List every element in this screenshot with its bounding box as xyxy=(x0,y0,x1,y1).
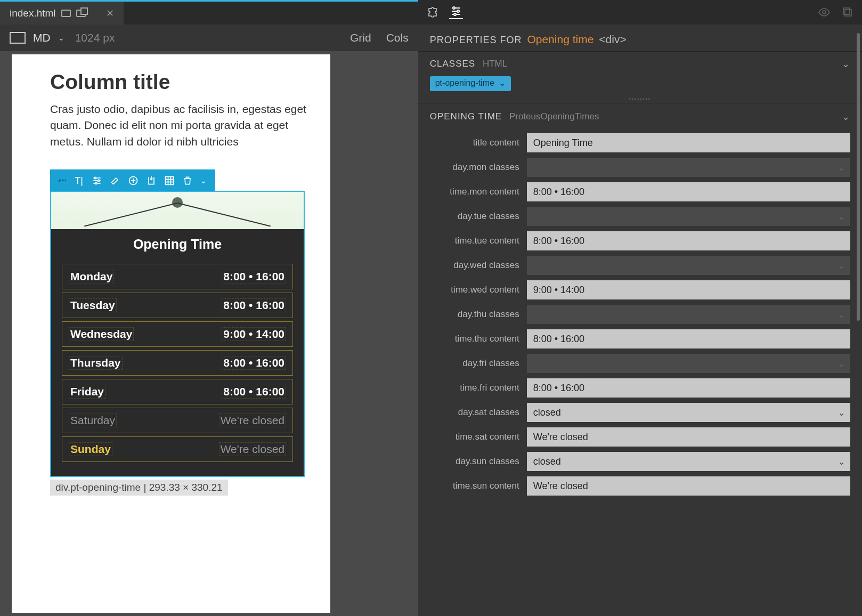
property-input[interactable] xyxy=(527,182,850,201)
property-row: time.wed content xyxy=(430,280,850,299)
chevron-down-icon: ⌄ xyxy=(838,212,845,222)
svg-point-20 xyxy=(823,11,826,14)
file-tab[interactable]: index.html ✕ xyxy=(0,2,124,25)
insert-icon[interactable] xyxy=(146,175,157,186)
eye-icon[interactable] xyxy=(817,5,831,19)
property-row: time.sun content xyxy=(430,476,850,496)
property-input[interactable] xyxy=(527,476,850,496)
component-sub: ProteusOpeningTimes xyxy=(509,111,599,121)
day-row[interactable]: Thursday8:00 • 16:00 xyxy=(62,350,293,376)
property-label: day.thu classes xyxy=(430,309,527,320)
element-toolbar: T| xyxy=(50,169,215,192)
property-select[interactable]: closed⌄ xyxy=(527,452,850,471)
day-row[interactable]: Wednesday9:00 • 14:00 xyxy=(62,321,293,347)
copy-icon[interactable] xyxy=(841,5,855,19)
day-label: Friday xyxy=(69,385,105,399)
column-heading[interactable]: Column title xyxy=(50,70,311,94)
widget-hanger-graphic xyxy=(51,192,304,229)
svg-point-3 xyxy=(94,177,96,179)
day-row[interactable]: SaturdayWe're closed xyxy=(62,408,293,433)
opening-time-widget[interactable]: Opening Time Monday8:00 • 16:00Tuesday8:… xyxy=(50,191,305,477)
property-label: day.fri classes xyxy=(430,358,527,369)
property-label: time.fri content xyxy=(430,383,527,393)
svg-rect-22 xyxy=(843,8,850,14)
property-label: time.thu content xyxy=(430,334,527,344)
chevron-down-icon[interactable]: ⌄ xyxy=(200,176,207,185)
property-row: day.sun classesclosed⌄ xyxy=(430,452,850,471)
day-time: 8:00 • 16:00 xyxy=(222,298,286,312)
property-row: time.sat content xyxy=(430,427,850,447)
property-select[interactable]: ⌄ xyxy=(527,305,850,324)
property-select[interactable]: ⌄ xyxy=(527,256,850,275)
day-row[interactable]: Tuesday8:00 • 16:00 xyxy=(62,293,293,318)
day-row[interactable]: Monday8:00 • 16:00 xyxy=(62,264,293,289)
scrollbar[interactable] xyxy=(857,33,860,321)
classes-section-header[interactable]: CLASSES HTML ⌄ xyxy=(418,52,862,76)
brush-icon[interactable] xyxy=(110,175,120,186)
selection-info: div.pt-opening-time | 293.33 × 330.21 xyxy=(50,480,228,496)
property-select[interactable]: ⌄ xyxy=(527,158,850,177)
property-row: day.thu classes⌄ xyxy=(430,305,850,324)
classes-sub: HTML xyxy=(483,59,507,69)
property-input[interactable] xyxy=(527,378,850,398)
class-chip[interactable]: pt-opening-time ⌄ xyxy=(430,76,511,91)
chevron-down-icon[interactable]: ⌄ xyxy=(58,34,64,42)
select-value: closed xyxy=(533,407,561,418)
text-icon[interactable]: T| xyxy=(74,175,84,186)
day-time: We're closed xyxy=(219,442,286,456)
property-input[interactable] xyxy=(527,133,850,152)
design-canvas[interactable]: Column title Cras justo odio, dapibus ac… xyxy=(12,54,330,613)
properties-header: PROPERTIES FOR Opening time <div> xyxy=(418,25,862,51)
puzzle-icon[interactable] xyxy=(426,5,440,19)
property-row: time.thu content xyxy=(430,329,850,348)
property-input[interactable] xyxy=(527,280,850,299)
property-select[interactable]: ⌄ xyxy=(527,207,850,226)
day-label: Wednesday xyxy=(69,327,134,341)
property-row: day.wed classes⌄ xyxy=(430,256,850,275)
property-label: time.wed content xyxy=(430,285,527,295)
property-input[interactable] xyxy=(527,329,850,348)
cols-toggle[interactable]: Cols xyxy=(386,31,409,44)
day-label: Tuesday xyxy=(69,298,117,312)
chevron-down-icon: ⌄ xyxy=(838,261,845,271)
property-row: title content xyxy=(430,133,850,152)
component-section-header[interactable]: OPENING TIME ProteusOpeningTimes ⌄ xyxy=(418,103,862,130)
component-title: OPENING TIME xyxy=(430,111,502,121)
viewport-size: 1024 px xyxy=(75,31,115,44)
selected-element-tag: <div> xyxy=(599,33,626,46)
property-select[interactable]: ⌄ xyxy=(527,354,850,373)
property-input[interactable] xyxy=(527,427,850,447)
chip-remove-icon[interactable]: ⌄ xyxy=(499,78,506,88)
property-input[interactable] xyxy=(527,231,850,250)
device-icon xyxy=(61,10,71,17)
column-paragraph[interactable]: Cras justo odio, dapibus ac facilisis in… xyxy=(50,101,311,150)
grid-toggle[interactable]: Grid xyxy=(350,31,371,44)
day-row[interactable]: Friday8:00 • 16:00 xyxy=(62,379,293,404)
svg-point-5 xyxy=(95,182,97,184)
property-label: day.sat classes xyxy=(430,407,527,418)
file-tab-label: index.html xyxy=(10,7,56,19)
trash-icon[interactable] xyxy=(182,175,193,186)
day-time: 8:00 • 16:00 xyxy=(222,385,286,399)
day-row[interactable]: SundayWe're closed xyxy=(62,436,293,462)
widget-title: Opening Time xyxy=(51,229,304,260)
drag-handle-icon[interactable] xyxy=(59,180,66,182)
property-label: day.mon classes xyxy=(430,162,527,173)
property-row: time.fri content xyxy=(430,378,850,398)
class-chip-label: pt-opening-time xyxy=(435,78,494,88)
chevron-down-icon: ⌄ xyxy=(838,310,845,320)
classes-title: CLASSES xyxy=(430,59,475,69)
close-icon[interactable]: ✕ xyxy=(106,7,114,19)
chevron-down-icon: ⌄ xyxy=(842,111,850,123)
property-select[interactable]: closed⌄ xyxy=(527,403,850,422)
panel-resize-handle[interactable]: •••••••• xyxy=(418,95,862,103)
add-circle-icon[interactable] xyxy=(128,175,139,186)
breakpoint-label[interactable]: MD xyxy=(33,31,51,44)
chevron-down-icon: ⌄ xyxy=(838,408,845,418)
property-label: time.tue content xyxy=(430,236,527,246)
day-label: Saturday xyxy=(69,414,117,427)
grid-icon[interactable] xyxy=(164,175,175,186)
sliders-icon[interactable] xyxy=(92,175,102,186)
day-label: Monday xyxy=(69,270,114,283)
settings-sliders-icon[interactable] xyxy=(449,5,463,19)
